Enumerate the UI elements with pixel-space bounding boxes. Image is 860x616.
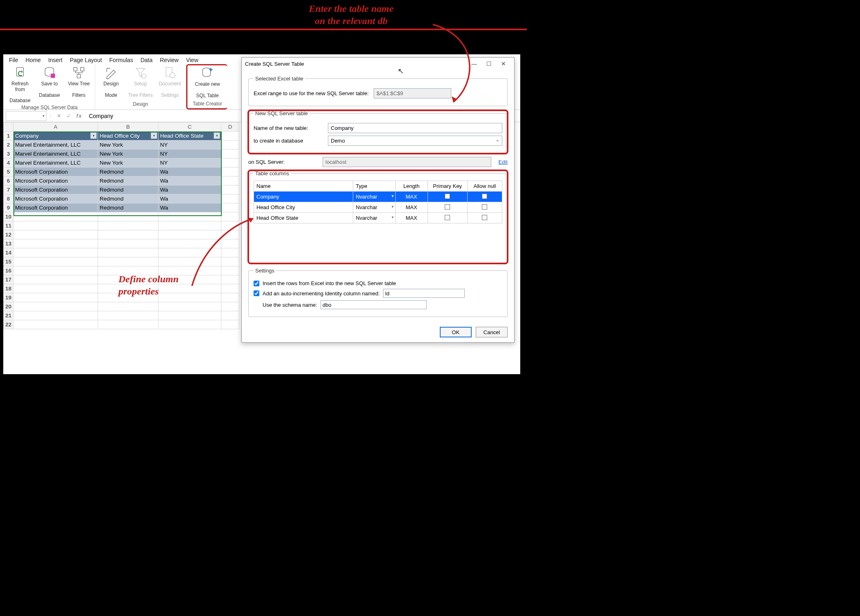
row-header[interactable]: 8 xyxy=(4,194,13,203)
filter-button-icon[interactable]: ▾ xyxy=(151,132,157,139)
row-header[interactable]: 18 xyxy=(4,284,13,293)
cell[interactable] xyxy=(221,185,239,194)
cell[interactable] xyxy=(221,167,239,176)
cell[interactable] xyxy=(98,212,158,221)
row-header[interactable]: 3 xyxy=(4,150,13,158)
cell[interactable] xyxy=(221,257,239,266)
cell[interactable] xyxy=(221,311,239,320)
cell[interactable] xyxy=(13,320,98,329)
database-select[interactable] xyxy=(328,136,502,146)
cell[interactable]: Microsoft Corporation xyxy=(13,167,98,176)
cell[interactable]: Microsoft Corporation xyxy=(13,185,98,194)
tab-insert[interactable]: Insert xyxy=(48,57,62,63)
row-header[interactable]: 22 xyxy=(4,320,13,329)
tab-review[interactable]: Review xyxy=(160,57,179,63)
cell[interactable]: Marvel Entertainment, LLC xyxy=(13,141,98,150)
cell[interactable] xyxy=(158,248,221,257)
cell[interactable] xyxy=(221,141,239,150)
col-length-cell[interactable]: MAX xyxy=(395,192,428,202)
col-pk-checkbox[interactable] xyxy=(428,202,467,213)
ok-button[interactable]: OK xyxy=(440,327,472,337)
column-row[interactable]: Head Office City Nvarchar MAX xyxy=(254,202,502,213)
cell[interactable]: Redmond xyxy=(98,194,158,203)
cell[interactable]: Microsoft Corporation xyxy=(13,203,98,212)
cell[interactable] xyxy=(158,311,221,320)
tab-formulas[interactable]: Formulas xyxy=(109,57,133,63)
cell[interactable] xyxy=(98,221,158,230)
cancel-button[interactable]: Cancel xyxy=(476,327,508,337)
cell[interactable] xyxy=(13,284,98,293)
cell[interactable]: Wa xyxy=(158,167,221,176)
cell[interactable] xyxy=(158,230,221,239)
create-new-sql-table-button[interactable]: Create newSQL Table xyxy=(189,65,226,99)
cell[interactable] xyxy=(221,239,239,248)
cell[interactable] xyxy=(221,230,239,239)
cell[interactable] xyxy=(98,320,158,329)
cell[interactable]: Wa xyxy=(158,176,221,185)
table-name-input[interactable] xyxy=(328,123,502,133)
col-head-length[interactable]: Length xyxy=(395,181,428,192)
edit-server-link[interactable]: Edit xyxy=(499,159,508,165)
tab-file[interactable]: File xyxy=(9,57,18,63)
col-head-allownull[interactable]: Allow null xyxy=(467,181,502,192)
cell[interactable] xyxy=(13,239,98,248)
cell[interactable]: Marvel Entertainment, LLC xyxy=(13,150,98,158)
cell[interactable] xyxy=(13,311,98,320)
column-row[interactable]: Company Nvarchar MAX xyxy=(254,192,502,202)
row-header[interactable]: 6 xyxy=(4,176,13,185)
tab-view[interactable]: View xyxy=(186,57,198,63)
col-header-A[interactable]: A xyxy=(13,123,98,132)
row-header[interactable]: 1 xyxy=(4,132,13,141)
cell[interactable] xyxy=(221,150,239,158)
cell[interactable] xyxy=(98,257,158,266)
col-length-cell[interactable]: MAX xyxy=(395,213,428,223)
row-header[interactable]: 16 xyxy=(4,266,13,275)
cell[interactable] xyxy=(13,248,98,257)
save-to-database-button[interactable]: Save toDatabase xyxy=(36,65,63,105)
col-type-cell[interactable]: Nvarchar xyxy=(353,213,395,223)
cell[interactable]: New York xyxy=(98,158,158,167)
cell[interactable] xyxy=(98,311,158,320)
col-header-D[interactable]: D xyxy=(221,123,239,132)
cell[interactable]: Marvel Entertainment, LLC xyxy=(13,158,98,167)
row-header[interactable]: 4 xyxy=(4,158,13,167)
minimize-icon[interactable]: — xyxy=(467,60,481,67)
cell[interactable] xyxy=(13,221,98,230)
cell[interactable] xyxy=(13,293,98,302)
col-allownull-checkbox[interactable] xyxy=(467,192,502,202)
cell[interactable] xyxy=(221,221,239,230)
cell[interactable]: Redmond xyxy=(98,185,158,194)
col-head-name[interactable]: Name xyxy=(254,181,353,192)
cell[interactable] xyxy=(221,203,239,212)
col-type-cell[interactable]: Nvarchar xyxy=(353,192,395,202)
cell[interactable]: Microsoft Corporation xyxy=(13,194,98,203)
tab-page-layout[interactable]: Page Layout xyxy=(70,57,102,63)
row-header[interactable]: 14 xyxy=(4,248,13,257)
cell[interactable]: New York xyxy=(98,150,158,158)
cell[interactable] xyxy=(13,275,98,284)
row-header[interactable]: 9 xyxy=(4,203,13,212)
cell[interactable] xyxy=(221,132,239,141)
cell[interactable] xyxy=(98,248,158,257)
col-name-cell[interactable]: Company xyxy=(254,192,353,202)
col-name-cell[interactable]: Head Office State xyxy=(254,213,353,223)
col-allownull-checkbox[interactable] xyxy=(467,202,502,213)
row-header[interactable]: 15 xyxy=(4,257,13,266)
formula-bar-buttons[interactable]: : ✕ ✓ fx xyxy=(50,113,82,119)
cell[interactable] xyxy=(98,302,158,311)
cell[interactable] xyxy=(158,257,221,266)
table-header-cell[interactable]: Head Office State▾ xyxy=(158,132,221,141)
cell[interactable] xyxy=(221,176,239,185)
tab-data[interactable]: Data xyxy=(140,57,153,63)
row-header[interactable]: 17 xyxy=(4,275,13,284)
select-all-corner[interactable] xyxy=(4,123,13,132)
col-header-C[interactable]: C xyxy=(158,123,221,132)
cell[interactable] xyxy=(98,239,158,248)
cell[interactable] xyxy=(221,194,239,203)
row-header[interactable]: 12 xyxy=(4,230,13,239)
cell[interactable] xyxy=(158,221,221,230)
identity-name-input[interactable] xyxy=(383,289,465,298)
filter-button-icon[interactable]: ▾ xyxy=(90,132,97,139)
table-header-cell[interactable]: Company▾ xyxy=(13,132,98,141)
row-header[interactable]: 13 xyxy=(4,239,13,248)
